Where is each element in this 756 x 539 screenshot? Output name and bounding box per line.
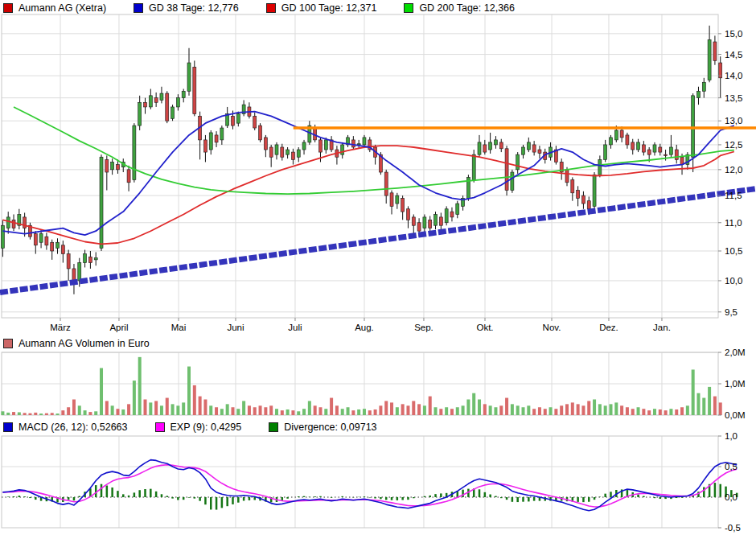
candle-body — [593, 175, 596, 206]
axis-tick-label: 10,5 — [725, 246, 742, 256]
axis-tick-label: 0,0M — [725, 410, 746, 420]
volume-bar — [56, 414, 60, 415]
candle-body — [154, 98, 158, 103]
candle-body — [176, 98, 179, 107]
candle-body — [149, 96, 152, 107]
volume-bar — [12, 412, 15, 415]
volume-bar — [439, 409, 442, 415]
candle-body — [675, 150, 678, 159]
candle-body — [12, 220, 15, 228]
volume-bar — [456, 407, 459, 415]
candle-body — [669, 147, 672, 154]
volume-bar — [368, 410, 372, 415]
volume-bar — [669, 409, 672, 415]
month-axis-labels: MärzAprilMaiJuniJuliAug.Sep.Okt.Nov.Dez.… — [50, 318, 671, 332]
candle-body — [111, 162, 114, 169]
axis-tick-label: 9,5 — [725, 307, 738, 317]
volume-bar — [269, 405, 273, 415]
candle-body — [450, 212, 454, 217]
volume-bar — [598, 404, 602, 415]
volume-bar — [242, 401, 245, 415]
volume-bar — [166, 398, 169, 415]
volume-bar — [61, 410, 64, 415]
candle-body — [133, 125, 136, 180]
volume-bar — [538, 407, 541, 415]
volume-bar — [620, 405, 623, 415]
candle-body — [609, 138, 612, 145]
legend-color-swatch-icon — [3, 422, 13, 432]
volume-bar — [565, 404, 569, 415]
candle-body — [423, 217, 426, 228]
candle-body — [215, 135, 218, 142]
candle-body — [626, 135, 629, 145]
legend-label: GD 38 Tage: 12,776 — [149, 2, 239, 14]
candle-body — [390, 193, 393, 207]
candle-body — [494, 140, 497, 145]
candle-body — [456, 204, 459, 214]
candle-body — [34, 234, 37, 245]
candle-body — [209, 133, 212, 150]
candle-body — [478, 142, 481, 154]
volume-bar — [330, 398, 333, 415]
axis-tick-label: 12,5 — [725, 140, 742, 150]
volume-bar — [560, 405, 563, 415]
axis-tick-label: 14,5 — [725, 50, 742, 60]
candle-body — [598, 159, 602, 175]
volume-bar — [100, 368, 103, 416]
axis-tick-label: März — [50, 323, 71, 332]
volume-bar — [154, 401, 158, 415]
candle-body — [401, 198, 405, 212]
legend-item: Aumann AG (Xetra) — [3, 2, 106, 14]
volume-bar — [478, 400, 481, 416]
volume-bar — [51, 413, 54, 415]
volume-bar — [494, 407, 497, 415]
axis-tick-label: Dez. — [599, 323, 618, 332]
candle-body — [565, 170, 569, 183]
volume-bar — [308, 401, 311, 415]
legend-color-swatch-icon — [266, 3, 276, 13]
candle-body — [516, 154, 520, 170]
candle-body — [45, 237, 48, 245]
volume-bar — [675, 409, 678, 415]
candle-body — [84, 254, 87, 263]
volume-bar — [680, 407, 684, 415]
legend-item: GD 38 Tage: 12,776 — [134, 2, 239, 14]
candle-body — [604, 145, 607, 159]
candle-body — [527, 142, 530, 150]
candle-body — [203, 140, 207, 152]
candle-body — [439, 217, 442, 225]
volume-bar — [209, 405, 212, 415]
volume-bar — [215, 407, 218, 415]
volume-bar — [417, 404, 421, 415]
axis-tick-label: Jan. — [653, 323, 671, 332]
volume-bar — [692, 369, 695, 415]
candle-body — [396, 195, 399, 204]
candle-body — [67, 254, 70, 269]
candle-body — [483, 145, 487, 152]
volume-bar — [18, 412, 21, 415]
volume-bar — [499, 405, 503, 415]
candle-body — [253, 116, 257, 128]
volume-bar — [626, 407, 629, 415]
volume-bar — [587, 401, 590, 415]
candle-body — [522, 147, 525, 154]
volume-bar — [581, 405, 585, 415]
axis-tick-label: 11,0 — [725, 218, 742, 228]
candle-body — [100, 157, 103, 248]
volume-bar — [275, 409, 278, 415]
volume-bar — [347, 407, 350, 415]
volume-bar — [532, 409, 536, 415]
legend-label: EXP (9): 0,4295 — [171, 422, 242, 433]
candle-body — [708, 39, 711, 80]
volume-bar — [505, 398, 508, 415]
candle-body — [429, 220, 432, 228]
legend-color-swatch-icon — [3, 339, 13, 348]
volume-bar — [1, 411, 4, 415]
legend-item: GD 100 Tage: 12,371 — [266, 2, 377, 14]
candle-body — [587, 201, 590, 209]
macd-grid — [2, 436, 718, 528]
volume-bar — [390, 402, 393, 415]
candle-body — [538, 150, 541, 153]
macd-chart: 1,00,50,0-0,5 — [0, 433, 756, 537]
volume-bar — [302, 409, 306, 415]
